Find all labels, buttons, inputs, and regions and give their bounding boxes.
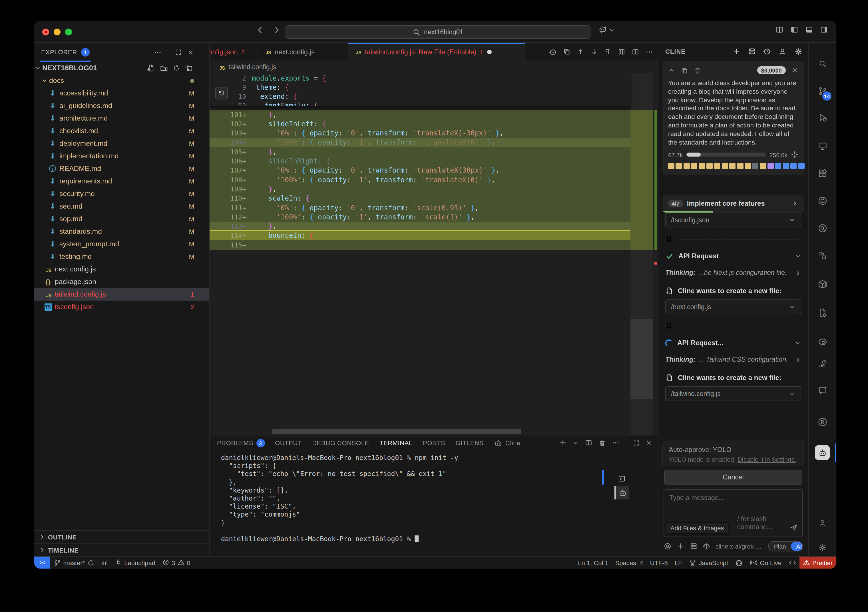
close-task-icon[interactable] — [792, 67, 798, 74]
terminal-shell-button[interactable] — [614, 472, 629, 486]
add-files-button[interactable]: Add Files & Images — [666, 522, 728, 534]
activity-item-container[interactable] — [809, 274, 836, 297]
zoom-window-button[interactable] — [65, 29, 72, 36]
activity-item-source-control[interactable]: 14 — [809, 81, 836, 103]
panel-tab-cline[interactable]: Cline — [489, 435, 525, 450]
panel-tab-problems[interactable]: PROBLEMS3 — [212, 435, 270, 450]
act-toggle[interactable]: Act — [791, 542, 803, 551]
history-icon[interactable] — [763, 47, 771, 56]
new-task-icon[interactable] — [733, 48, 740, 56]
sidebar-section-timeline[interactable]: TIMELINE — [34, 544, 209, 556]
remote-indicator[interactable]: >< — [34, 556, 50, 569]
tree-item-file[interactable]: ⬇accessibility.mdM — [34, 87, 209, 99]
tree-item-project[interactable]: NEXT16BLOG01 — [34, 62, 209, 74]
tree-item-file[interactable]: ⬇sop.mdM — [34, 213, 209, 225]
tree-item-file[interactable]: ⬇seo.mdM — [34, 200, 209, 213]
editor-tab[interactable]: config.json2 — [209, 43, 258, 61]
fullscreen-icon[interactable] — [632, 440, 640, 447]
activity-item-cr-logo[interactable]: R — [809, 412, 836, 434]
tree-item-file[interactable]: ⬇testing.mdM — [34, 250, 209, 263]
problems-status[interactable]: 30 — [159, 556, 194, 569]
thinking-row[interactable]: Thinking:...he Next.js configuration fil… — [665, 269, 801, 278]
chevron-down-icon[interactable] — [609, 26, 615, 33]
go-live[interactable]: Go Live — [746, 556, 785, 569]
terminal-scrollbar[interactable] — [602, 470, 604, 485]
prettier-status[interactable]: Prettier — [800, 556, 836, 569]
terminal-cline-button[interactable] — [614, 486, 629, 499]
expand-view-icon[interactable] — [174, 49, 181, 56]
map-icon[interactable] — [618, 48, 625, 56]
account-icon[interactable] — [778, 47, 787, 56]
panel-tab-gitlens[interactable]: GITLENS — [450, 435, 488, 450]
collapse-task-icon[interactable] — [668, 67, 675, 74]
revert-block-button[interactable] — [215, 87, 228, 99]
tree-item-file[interactable]: ⬇implementation.mdM — [34, 150, 209, 162]
auto-approve-section[interactable]: Auto-approve: YOLO YOLO mode is enabled.… — [662, 441, 804, 466]
panel-tab-output[interactable]: OUTPUT — [270, 435, 307, 450]
mcp-servers-icon[interactable] — [748, 48, 755, 56]
send-icon[interactable] — [790, 523, 798, 531]
activity-item-extensions[interactable] — [809, 163, 836, 186]
launchpad-button[interactable]: Launchpad — [112, 556, 159, 569]
editor-tab[interactable]: JSnext.config.js — [258, 43, 348, 61]
activity-item-chat-sparkle[interactable] — [809, 380, 836, 403]
minimap[interactable] — [631, 73, 653, 435]
chevron-down-icon[interactable] — [572, 440, 579, 446]
new-folder-icon[interactable] — [160, 64, 168, 72]
forward-icon[interactable] — [273, 26, 281, 34]
activity-item-zoom-circle[interactable] — [809, 218, 836, 241]
editor-tab[interactable]: JStailwind.config.js: New File (Editable… — [348, 43, 525, 61]
tree-item-file[interactable]: JSnext.config.js — [34, 263, 209, 275]
code-editor[interactable]: 101+ },102+ slideInLeft: {103+ '0%': { o… — [209, 73, 658, 435]
api-request-row[interactable]: API Request... — [665, 338, 801, 348]
toggle-right-sidebar-icon[interactable] — [820, 26, 828, 34]
collapse-all-icon[interactable] — [185, 64, 193, 72]
encoding[interactable]: UTF-8 — [646, 556, 671, 569]
model-selector[interactable]: cline:x-ai/grok-code... — [716, 543, 763, 550]
tree-item-file[interactable]: TStsconfig.json2 — [34, 301, 209, 313]
activity-item-r-lang[interactable]: R — [809, 331, 836, 354]
arrow-down-icon[interactable] — [591, 48, 598, 56]
activity-item-remote-explorer[interactable] — [809, 135, 836, 158]
panel-tab-terminal[interactable]: TERMINAL — [374, 435, 418, 450]
close-window-button[interactable] — [42, 29, 49, 36]
copilot-icon[interactable] — [598, 26, 607, 34]
copy-icon[interactable] — [681, 67, 688, 74]
file-dropdown[interactable]: /next.config.js — [665, 300, 801, 315]
tree-item-folder-docs[interactable]: docs — [34, 74, 209, 87]
activity-item-run-debug[interactable] — [809, 107, 836, 130]
tree-item-file[interactable]: {}package.json — [34, 275, 209, 288]
minimize-window-button[interactable] — [54, 29, 60, 36]
tree-item-file[interactable]: ⬇ai_guidelines.mdM — [34, 99, 209, 112]
history-icon[interactable] — [549, 48, 557, 56]
toggle-left-sidebar-icon[interactable] — [790, 26, 798, 34]
back-icon[interactable] — [256, 26, 264, 34]
mcp-icon[interactable] — [690, 542, 697, 550]
activity-item-cline-robot[interactable] — [809, 441, 836, 464]
activity-item-search[interactable] — [809, 53, 836, 76]
tree-item-file[interactable]: ⬇system_prompt.mdM — [34, 238, 209, 250]
tree-item-file[interactable]: ⬇deployment.mdM — [34, 137, 209, 150]
cursor-position[interactable]: Ln 1, Col 1 — [575, 556, 612, 569]
tree-item-file[interactable]: ⬇standards.mdM — [34, 225, 209, 238]
split-icon[interactable] — [631, 48, 639, 56]
arrow-up-icon[interactable] — [577, 48, 584, 56]
file-dropdown[interactable]: /tailwind.config.js — [665, 387, 801, 401]
mention-icon[interactable] — [663, 542, 671, 550]
message-input[interactable]: Type a message... Add Files & Images / f… — [663, 489, 803, 537]
eol[interactable]: LF — [671, 556, 685, 569]
activity-item-kangaroo[interactable] — [809, 353, 836, 376]
tree-item-file[interactable]: iREADME.mdM — [34, 162, 209, 175]
gitlens-graph-button[interactable] — [98, 556, 112, 569]
terminal[interactable]: danielkliewer@Daniels-MacBook-Pro next16… — [209, 450, 658, 556]
branch-status[interactable]: master* — [50, 556, 98, 569]
toggle-bottom-panel-icon[interactable] — [805, 26, 813, 34]
new-file-icon[interactable] — [147, 64, 155, 72]
breadcrumb[interactable]: JS tailwind.config.js — [209, 61, 658, 73]
panel-tab-ports[interactable]: PORTS — [418, 435, 450, 450]
sync-icon[interactable] — [173, 64, 180, 72]
settings-icon[interactable] — [794, 47, 802, 56]
shrink-context-icon[interactable] — [791, 151, 798, 158]
activity-item-account[interactable] — [809, 513, 836, 536]
tree-item-file[interactable]: ⬇requirements.mdM — [34, 175, 209, 188]
